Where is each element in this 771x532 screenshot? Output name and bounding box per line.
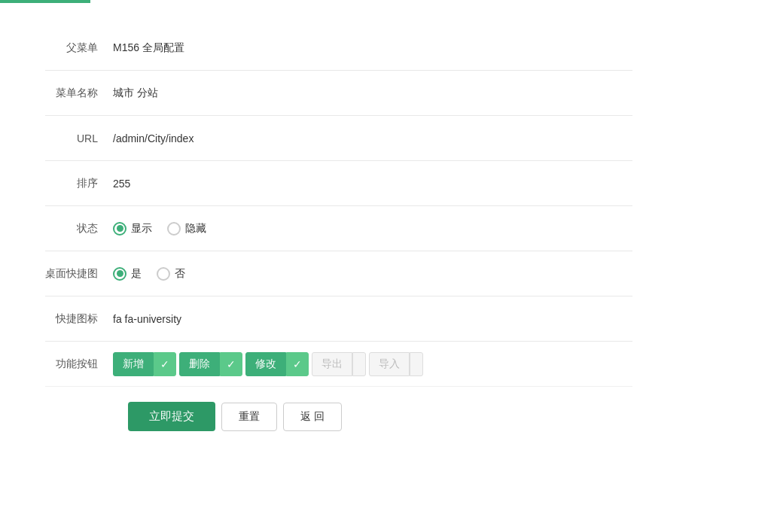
icon-row: 快捷图标 bbox=[45, 296, 632, 342]
status-show-option[interactable]: 显示 bbox=[113, 222, 152, 236]
status-show-radio[interactable] bbox=[113, 222, 126, 236]
url-content bbox=[113, 122, 632, 155]
func-btn-row: 功能按钮 新增 ✓ 删除 ✓ 修改 ✓ bbox=[45, 342, 632, 387]
btn-delete-wrapper: 删除 ✓ bbox=[179, 352, 242, 376]
menu-name-label: 菜单名称 bbox=[45, 87, 113, 100]
sort-row: 排序 bbox=[45, 161, 632, 206]
form-container: 父菜单 菜单名称 URL 排序 状态 显示 bbox=[0, 3, 678, 469]
icon-input[interactable] bbox=[113, 310, 632, 328]
url-label: URL bbox=[45, 132, 113, 144]
action-row: 立即提交 重置 返 回 bbox=[45, 387, 632, 439]
shortcut-yes-label: 是 bbox=[131, 267, 142, 281]
import-check-button[interactable] bbox=[410, 352, 423, 376]
delete-check-button[interactable]: ✓ bbox=[220, 352, 242, 376]
parent-menu-input[interactable] bbox=[113, 39, 632, 57]
status-hide-option[interactable]: 隐藏 bbox=[167, 222, 206, 236]
status-radio-group: 显示 隐藏 bbox=[113, 222, 632, 236]
btn-export-wrapper: 导出 bbox=[312, 352, 366, 376]
parent-menu-content bbox=[113, 32, 632, 65]
edit-button[interactable]: 修改 bbox=[245, 352, 286, 376]
export-button[interactable]: 导出 bbox=[312, 352, 352, 376]
shortcut-no-radio[interactable] bbox=[157, 267, 170, 281]
sort-input[interactable] bbox=[113, 175, 632, 193]
btn-edit-wrapper: 修改 ✓ bbox=[245, 352, 309, 376]
shortcut-no-label: 否 bbox=[175, 267, 185, 281]
edit-check-button[interactable]: ✓ bbox=[286, 352, 309, 376]
reset-button[interactable]: 重置 bbox=[221, 403, 277, 431]
add-button[interactable]: 新增 bbox=[113, 352, 154, 376]
status-label: 状态 bbox=[45, 222, 113, 236]
menu-name-row: 菜单名称 bbox=[45, 71, 632, 116]
menu-name-content bbox=[113, 77, 632, 110]
shortcut-radio-group: 是 否 bbox=[113, 267, 632, 281]
btn-add-wrapper: 新增 ✓ bbox=[113, 352, 176, 376]
shortcut-label: 桌面快捷图 bbox=[45, 267, 113, 281]
url-input[interactable] bbox=[113, 129, 632, 147]
shortcut-row: 桌面快捷图 是 否 bbox=[45, 251, 632, 296]
parent-menu-label: 父菜单 bbox=[45, 41, 113, 55]
menu-name-input[interactable] bbox=[113, 84, 632, 102]
status-row: 状态 显示 隐藏 bbox=[45, 206, 632, 251]
sort-label: 排序 bbox=[45, 177, 113, 190]
parent-menu-row: 父菜单 bbox=[45, 26, 632, 71]
shortcut-yes-option[interactable]: 是 bbox=[113, 267, 142, 281]
icon-label: 快捷图标 bbox=[45, 312, 113, 326]
add-check-button[interactable]: ✓ bbox=[154, 352, 176, 376]
btn-import-wrapper: 导入 bbox=[369, 352, 423, 376]
func-btn-label: 功能按钮 bbox=[45, 357, 113, 371]
status-hide-radio[interactable] bbox=[167, 222, 181, 236]
status-hide-label: 隐藏 bbox=[185, 222, 206, 236]
shortcut-yes-radio[interactable] bbox=[113, 267, 126, 281]
sort-content bbox=[113, 167, 632, 200]
status-content: 显示 隐藏 bbox=[113, 214, 632, 243]
import-button[interactable]: 导入 bbox=[369, 352, 410, 376]
export-check-button[interactable] bbox=[352, 352, 366, 376]
back-button[interactable]: 返 回 bbox=[283, 403, 342, 431]
func-btn-content: 新增 ✓ 删除 ✓ 修改 ✓ 导出 bbox=[113, 345, 632, 384]
delete-button[interactable]: 删除 bbox=[179, 352, 220, 376]
func-btn-group: 新增 ✓ 删除 ✓ 修改 ✓ 导出 bbox=[113, 352, 632, 376]
submit-button[interactable]: 立即提交 bbox=[128, 402, 215, 431]
icon-content bbox=[113, 302, 632, 336]
url-row: URL bbox=[45, 116, 632, 161]
shortcut-no-option[interactable]: 否 bbox=[157, 267, 185, 281]
status-show-label: 显示 bbox=[131, 222, 152, 236]
shortcut-content: 是 否 bbox=[113, 260, 632, 288]
